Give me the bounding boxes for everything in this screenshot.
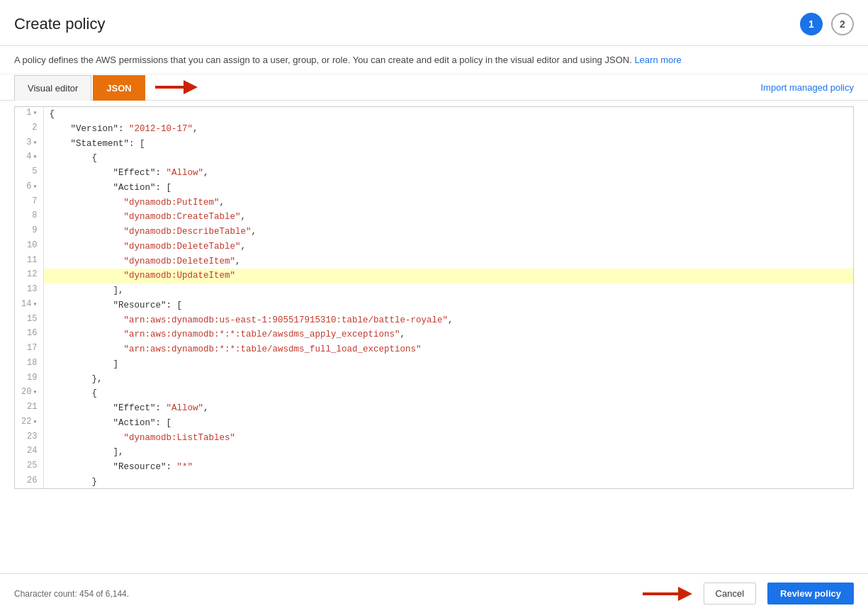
code-content: "dynamodb:PutItem",	[43, 196, 853, 210]
table-row: 14 "Resource": [	[15, 298, 853, 313]
table-row: 26 }	[15, 475, 853, 489]
table-row: 15 "arn:aws:dynamodb:us-east-1:905517915…	[15, 313, 853, 328]
table-row: 22 "Action": [	[15, 416, 853, 431]
learn-more-link[interactable]: Learn more	[634, 55, 681, 65]
tabs-area: Visual editor JSON Import managed policy	[0, 74, 868, 101]
table-row: 25 "Resource": "*"	[15, 460, 853, 475]
description-bar: A policy defines the AWS permissions tha…	[0, 46, 868, 74]
table-row: 13 ],	[15, 283, 853, 298]
table-row: 3 "Statement": [	[15, 137, 853, 152]
line-number: 26	[15, 475, 43, 489]
code-content: "Action": [	[43, 181, 853, 196]
page-footer: Character count: 454 of 6,144. Cancel Re…	[0, 573, 868, 613]
line-number: 5	[15, 166, 43, 181]
table-row: 1{	[15, 107, 853, 122]
table-row: 23 "dynamodb:ListTables"	[15, 431, 853, 446]
footer-buttons: Cancel Review policy	[643, 583, 854, 604]
line-number: 3	[15, 137, 43, 152]
arrow-head	[184, 80, 198, 94]
line-number: 9	[15, 225, 43, 240]
tab-arrow-indicator	[155, 80, 198, 94]
step-1-circle: 1	[800, 13, 823, 35]
tabs-left: Visual editor JSON	[14, 74, 198, 100]
line-number: 24	[15, 445, 43, 460]
code-content: "Resource": "*"	[43, 460, 853, 475]
code-table: 1{2 "Version": "2012-10-17",3 "Statement…	[15, 107, 853, 489]
line-number: 11	[15, 254, 43, 269]
footer-arrow-shaft	[643, 592, 678, 595]
code-content: "dynamodb:DeleteItem",	[43, 254, 853, 269]
code-content: }	[43, 475, 853, 489]
code-content: {	[43, 151, 853, 166]
review-policy-button[interactable]: Review policy	[767, 583, 854, 604]
code-content: "Effect": "Allow",	[43, 166, 853, 181]
table-row: 8 "dynamodb:CreateTable",	[15, 210, 853, 225]
table-row: 9 "dynamodb:DescribeTable",	[15, 225, 853, 240]
code-content: "Resource": [	[43, 298, 853, 313]
table-row: 7 "dynamodb:PutItem",	[15, 196, 853, 210]
line-number: 25	[15, 460, 43, 475]
code-content: {	[43, 107, 853, 122]
table-row: 19 },	[15, 372, 853, 387]
line-number: 18	[15, 357, 43, 372]
table-row: 4 {	[15, 151, 853, 166]
table-row: 5 "Effect": "Allow",	[15, 166, 853, 181]
line-number: 20	[15, 386, 43, 401]
line-number: 12	[15, 269, 43, 283]
code-content: "arn:aws:dynamodb:*:*:table/awsdms_apply…	[43, 327, 853, 342]
code-content: "dynamodb:UpdateItem"	[43, 269, 853, 283]
line-number: 1	[15, 107, 43, 122]
line-number: 19	[15, 372, 43, 387]
footer-arrow-area	[643, 587, 692, 601]
line-number: 7	[15, 196, 43, 210]
page-header: Create policy 1 2	[0, 0, 868, 46]
line-number: 17	[15, 342, 43, 357]
tab-json[interactable]: JSON	[93, 75, 145, 101]
line-number: 2	[15, 122, 43, 137]
line-number: 10	[15, 240, 43, 254]
step-indicators: 1 2	[800, 13, 854, 35]
line-number: 14	[15, 298, 43, 313]
line-number: 23	[15, 431, 43, 446]
code-content: ],	[43, 445, 853, 460]
code-content: ]	[43, 357, 853, 372]
code-content: {	[43, 386, 853, 401]
code-content: "dynamodb:CreateTable",	[43, 210, 853, 225]
code-content: "dynamodb:ListTables"	[43, 431, 853, 446]
page-title: Create policy	[14, 15, 105, 33]
code-editor[interactable]: 1{2 "Version": "2012-10-17",3 "Statement…	[14, 106, 854, 489]
char-count: Character count: 454 of 6,144.	[14, 589, 129, 599]
line-number: 21	[15, 401, 43, 416]
line-number: 22	[15, 416, 43, 431]
code-content: "Action": [	[43, 416, 853, 431]
code-content: "Statement": [	[43, 137, 853, 152]
description-text: A policy defines the AWS permissions tha…	[14, 55, 632, 65]
line-number: 8	[15, 210, 43, 225]
code-content: "dynamodb:DescribeTable",	[43, 225, 853, 240]
table-row: 18 ]	[15, 357, 853, 372]
code-content: ],	[43, 283, 853, 298]
code-content: "arn:aws:dynamodb:*:*:table/awsdms_full_…	[43, 342, 853, 357]
line-number: 6	[15, 181, 43, 196]
table-row: 24 ],	[15, 445, 853, 460]
code-content: "Version": "2012-10-17",	[43, 122, 853, 137]
code-content: },	[43, 372, 853, 387]
import-managed-policy-link[interactable]: Import managed policy	[760, 82, 854, 93]
table-row: 2 "Version": "2012-10-17",	[15, 122, 853, 137]
cancel-button[interactable]: Cancel	[704, 583, 756, 604]
table-row: 11 "dynamodb:DeleteItem",	[15, 254, 853, 269]
footer-arrow-head	[678, 587, 692, 601]
table-row: 20 {	[15, 386, 853, 401]
line-number: 13	[15, 283, 43, 298]
line-number: 4	[15, 151, 43, 166]
code-content: "arn:aws:dynamodb:us-east-1:905517915310…	[43, 313, 853, 328]
tab-visual-editor[interactable]: Visual editor	[14, 75, 91, 101]
step-2-circle: 2	[831, 13, 854, 35]
table-row: 17 "arn:aws:dynamodb:*:*:table/awsdms_fu…	[15, 342, 853, 357]
code-content: "Effect": "Allow",	[43, 401, 853, 416]
code-content: "dynamodb:DeleteTable",	[43, 240, 853, 254]
line-number: 16	[15, 327, 43, 342]
table-row: 12 "dynamodb:UpdateItem"	[15, 269, 853, 283]
table-row: 6 "Action": [	[15, 181, 853, 196]
line-number: 15	[15, 313, 43, 328]
